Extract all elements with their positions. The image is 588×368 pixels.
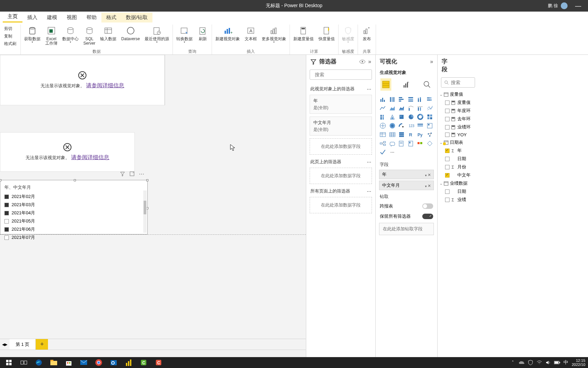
transform-data-button[interactable]: 转换数据▾ bbox=[174, 25, 195, 48]
viz-type-36[interactable] bbox=[379, 149, 387, 156]
filter-card[interactable]: 中文年月是(全部) bbox=[310, 117, 372, 136]
resize-handle[interactable] bbox=[74, 179, 76, 181]
field-table-header[interactable]: ⌄业绩数据 bbox=[438, 179, 482, 187]
tray-up-icon[interactable]: ˄ bbox=[510, 359, 516, 366]
new-measure-button[interactable]: 新建度量值 bbox=[291, 25, 316, 48]
text-box-button[interactable]: A文本框 bbox=[243, 25, 259, 48]
viz-type-33[interactable] bbox=[407, 140, 415, 147]
viz-type-34[interactable] bbox=[416, 140, 424, 147]
viz-type-24[interactable] bbox=[379, 131, 387, 138]
viz-type-20[interactable] bbox=[398, 122, 405, 129]
refresh-button[interactable]: 刷新 bbox=[195, 25, 210, 48]
viz-type-35[interactable] bbox=[426, 140, 434, 147]
viz-type-32[interactable] bbox=[398, 140, 405, 147]
viz-type-12[interactable] bbox=[379, 113, 387, 121]
new-visual-button[interactable]: +新建视觉对象 bbox=[213, 25, 242, 48]
field-row[interactable]: Σ业绩 bbox=[438, 196, 482, 204]
remove-icon[interactable]: × bbox=[428, 172, 431, 178]
remove-icon[interactable]: × bbox=[428, 183, 431, 188]
checkbox[interactable] bbox=[4, 195, 9, 199]
focus-icon[interactable] bbox=[129, 171, 135, 177]
viz-type-26[interactable] bbox=[398, 131, 405, 138]
viz-type-8[interactable] bbox=[398, 104, 405, 112]
viz-type-29[interactable] bbox=[426, 131, 434, 138]
publish-button[interactable]: 发布 bbox=[359, 25, 374, 48]
slicer-visual[interactable]: ⋯ 年、中文年月 2021年02月2021年03月2021年04月2021年05… bbox=[0, 180, 148, 234]
viz-type-19[interactable] bbox=[389, 122, 396, 129]
viz-type-11[interactable] bbox=[426, 104, 434, 112]
add-page-button[interactable]: + bbox=[36, 339, 48, 350]
field-row[interactable]: Σ月份 bbox=[438, 163, 482, 171]
wifi-icon[interactable] bbox=[536, 359, 542, 366]
tab-data-drill[interactable]: 数据/钻取 bbox=[121, 13, 152, 22]
cross-report-toggle[interactable] bbox=[422, 203, 433, 209]
checkbox[interactable] bbox=[445, 109, 450, 113]
field-row[interactable]: 日期 bbox=[438, 155, 482, 163]
resize-handle[interactable] bbox=[0, 179, 1, 181]
filter-drop-page[interactable]: 在此处添加数据字段 bbox=[310, 168, 372, 184]
viz-type-28[interactable]: Py bbox=[416, 131, 424, 138]
more-icon[interactable]: ⋯ bbox=[367, 159, 371, 165]
viz-type-25[interactable] bbox=[389, 131, 396, 138]
filter-card[interactable]: 年是(全部) bbox=[310, 95, 372, 114]
checkbox[interactable] bbox=[4, 235, 9, 240]
checkbox[interactable] bbox=[445, 117, 450, 121]
viz-type-18[interactable] bbox=[379, 122, 387, 129]
field-table-header[interactable]: ⌄度量值 bbox=[438, 90, 482, 98]
viz-type-7[interactable] bbox=[389, 104, 396, 112]
volume-icon[interactable] bbox=[545, 359, 551, 366]
page-tab-1[interactable]: 第 1 页 bbox=[10, 339, 36, 350]
edge-app[interactable] bbox=[31, 357, 46, 368]
slicer-item[interactable]: 2021年06月 bbox=[4, 225, 143, 233]
viz-type-3[interactable] bbox=[407, 95, 415, 103]
report-canvas[interactable]: 无法显示该视觉对象。 请参阅详细信息 无法显示该视觉对象。 请参阅详细信息 ⋯ … bbox=[0, 55, 306, 339]
checkbox[interactable] bbox=[445, 198, 450, 202]
viz-type-5[interactable] bbox=[426, 95, 434, 103]
more-visuals-button[interactable]: 更多视觉对象▾ bbox=[260, 25, 288, 48]
minimize-button[interactable]: — bbox=[575, 2, 581, 10]
cut-button[interactable]: 剪切 bbox=[3, 25, 18, 32]
viz-type-15[interactable] bbox=[407, 113, 415, 121]
checkbox[interactable] bbox=[4, 211, 9, 215]
snagit-app[interactable]: C bbox=[151, 357, 166, 368]
field-row[interactable]: YOY bbox=[438, 131, 482, 138]
onedrive-icon[interactable] bbox=[519, 359, 525, 366]
viz-type-1[interactable] bbox=[389, 95, 396, 103]
filter-drop-all[interactable]: 在此处添加数据字段 bbox=[310, 197, 372, 213]
powerbi-app[interactable] bbox=[121, 357, 136, 368]
dataverse-button[interactable]: Dataverse bbox=[119, 25, 142, 48]
checkbox[interactable] bbox=[445, 125, 450, 129]
checkbox[interactable] bbox=[445, 189, 450, 194]
slicer-item[interactable]: 2021年04月 bbox=[4, 209, 143, 217]
explorer-app[interactable] bbox=[46, 357, 61, 368]
user-section[interactable]: 鹏 徐 bbox=[548, 2, 568, 9]
start-button[interactable] bbox=[1, 357, 16, 368]
page-nav-arrows[interactable]: ◂▸ bbox=[0, 339, 10, 350]
get-data-button[interactable]: 获取数据▾ bbox=[22, 25, 43, 48]
collapse-icon[interactable]: » bbox=[368, 59, 371, 65]
viz-tab-analytics[interactable] bbox=[422, 78, 432, 91]
battery-icon[interactable] bbox=[554, 359, 560, 366]
more-icon[interactable]: ⋯ bbox=[367, 189, 371, 194]
enter-data-button[interactable]: 输入数据 bbox=[98, 25, 118, 48]
drill-drop[interactable]: 在此处添加钻取字段 bbox=[379, 223, 434, 235]
filter-drop-visual[interactable]: 在此处添加数据字段 bbox=[310, 138, 372, 155]
viz-type-6[interactable] bbox=[379, 104, 387, 112]
camtasia-app[interactable]: C bbox=[136, 357, 151, 368]
copy-button[interactable]: 复制 bbox=[3, 33, 18, 40]
viz-type-37[interactable] bbox=[389, 149, 396, 156]
outlook-app[interactable] bbox=[106, 357, 121, 368]
tab-view[interactable]: 视图 bbox=[62, 13, 82, 22]
slicer-item[interactable]: 2021年03月 bbox=[4, 201, 143, 209]
field-row[interactable]: 度量值 bbox=[438, 98, 482, 107]
viz-type-14[interactable] bbox=[398, 113, 405, 121]
field-table-header[interactable]: ⌄日期表 bbox=[438, 138, 482, 147]
checkbox[interactable] bbox=[445, 101, 450, 105]
viz-type-30[interactable] bbox=[379, 140, 387, 147]
viz-tab-build[interactable] bbox=[380, 78, 391, 91]
checkbox[interactable] bbox=[4, 227, 9, 232]
checkbox[interactable] bbox=[445, 149, 450, 153]
more-icon[interactable]: ⋯ bbox=[138, 171, 145, 177]
quick-measure-button[interactable]: 快度量值 bbox=[316, 25, 337, 48]
collapse-icon[interactable]: » bbox=[430, 59, 433, 65]
